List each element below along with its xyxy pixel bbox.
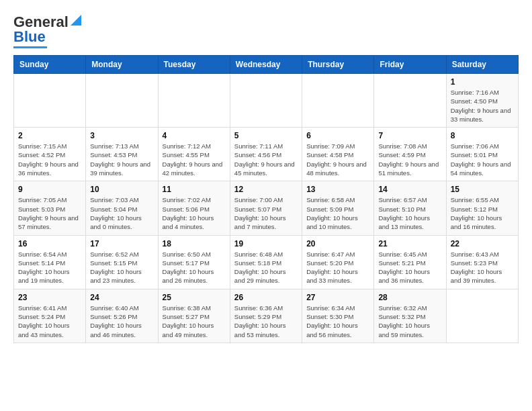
day-number: 20 [306,239,369,248]
day-cell [374,74,446,128]
day-info: Sunrise: 6:50 AM Sunset: 5:17 PM Dayligh… [163,250,226,285]
header-cell-tuesday: Tuesday [158,56,230,74]
day-number: 13 [306,185,369,194]
day-cell: 4Sunrise: 7:12 AM Sunset: 4:55 PM Daylig… [158,128,230,181]
calendar-header: SundayMondayTuesdayWednesdayThursdayFrid… [14,56,519,74]
week-row-3: 9Sunrise: 7:05 AM Sunset: 5:03 PM Daylig… [14,181,519,235]
day-info: Sunrise: 6:47 AM Sunset: 5:20 PM Dayligh… [306,250,369,285]
day-number: 16 [18,239,81,248]
day-number: 4 [163,131,226,140]
day-number: 26 [234,293,298,302]
day-cell: 17Sunrise: 6:52 AM Sunset: 5:15 PM Dayli… [86,235,158,289]
day-cell: 1Sunrise: 7:16 AM Sunset: 4:50 PM Daylig… [446,74,518,128]
day-cell: 13Sunrise: 6:58 AM Sunset: 5:09 PM Dayli… [302,181,374,235]
day-cell: 28Sunrise: 6:32 AM Sunset: 5:32 PM Dayli… [374,289,446,342]
day-cell: 16Sunrise: 6:54 AM Sunset: 5:14 PM Dayli… [14,235,86,289]
header-cell-wednesday: Wednesday [230,56,302,74]
day-number: 15 [451,185,514,194]
svg-marker-0 [71,15,81,26]
day-number: 22 [451,239,514,248]
day-number: 1 [451,77,514,87]
day-number: 2 [18,131,81,140]
calendar-table: SundayMondayTuesdayWednesdayThursdayFrid… [13,55,519,343]
day-info: Sunrise: 6:52 AM Sunset: 5:15 PM Dayligh… [90,250,153,285]
day-number: 10 [90,185,153,194]
day-info: Sunrise: 7:12 AM Sunset: 4:55 PM Dayligh… [163,142,226,177]
day-info: Sunrise: 6:36 AM Sunset: 5:29 PM Dayligh… [234,304,298,339]
header-cell-friday: Friday [374,56,446,74]
day-number: 8 [451,131,514,140]
day-cell: 25Sunrise: 6:38 AM Sunset: 5:27 PM Dayli… [158,289,230,342]
day-cell: 22Sunrise: 6:43 AM Sunset: 5:23 PM Dayli… [446,235,518,289]
day-cell: 3Sunrise: 7:13 AM Sunset: 4:53 PM Daylig… [86,128,158,181]
day-number: 3 [90,131,153,140]
header-row: SundayMondayTuesdayWednesdayThursdayFrid… [14,56,519,74]
day-info: Sunrise: 7:09 AM Sunset: 4:58 PM Dayligh… [306,142,369,177]
day-info: Sunrise: 7:02 AM Sunset: 5:06 PM Dayligh… [163,195,226,231]
header-cell-thursday: Thursday [302,56,374,74]
day-cell [158,74,230,128]
day-cell: 12Sunrise: 7:00 AM Sunset: 5:07 PM Dayli… [230,181,302,235]
calendar-body: 1Sunrise: 7:16 AM Sunset: 4:50 PM Daylig… [14,74,519,343]
day-info: Sunrise: 7:00 AM Sunset: 5:07 PM Dayligh… [234,195,298,231]
day-cell: 20Sunrise: 6:47 AM Sunset: 5:20 PM Dayli… [302,235,374,289]
day-info: Sunrise: 7:11 AM Sunset: 4:56 PM Dayligh… [234,142,298,177]
day-cell: 24Sunrise: 6:40 AM Sunset: 5:26 PM Dayli… [86,289,158,342]
week-row-4: 16Sunrise: 6:54 AM Sunset: 5:14 PM Dayli… [14,235,519,289]
day-number: 9 [18,185,81,194]
day-number: 28 [378,293,441,302]
day-cell: 5Sunrise: 7:11 AM Sunset: 4:56 PM Daylig… [230,128,302,181]
day-info: Sunrise: 6:57 AM Sunset: 5:10 PM Dayligh… [378,195,441,231]
day-cell [86,74,158,128]
logo-blue-text: Blue [13,28,46,46]
day-info: Sunrise: 6:40 AM Sunset: 5:26 PM Dayligh… [90,304,153,339]
day-number: 11 [163,185,226,194]
day-cell: 23Sunrise: 6:41 AM Sunset: 5:24 PM Dayli… [14,289,86,342]
day-cell: 7Sunrise: 7:08 AM Sunset: 4:59 PM Daylig… [374,128,446,181]
week-row-1: 1Sunrise: 7:16 AM Sunset: 4:50 PM Daylig… [14,74,519,128]
day-number: 19 [234,239,298,248]
day-info: Sunrise: 7:05 AM Sunset: 5:03 PM Dayligh… [18,195,81,231]
day-number: 24 [90,293,153,302]
day-info: Sunrise: 7:03 AM Sunset: 5:04 PM Dayligh… [90,195,153,231]
day-cell: 10Sunrise: 7:03 AM Sunset: 5:04 PM Dayli… [86,181,158,235]
day-info: Sunrise: 7:08 AM Sunset: 4:59 PM Dayligh… [378,142,441,177]
logo-arrow-icon [71,15,81,28]
page-header: General Blue [13,13,519,48]
day-number: 21 [378,239,441,248]
day-cell [230,74,302,128]
day-info: Sunrise: 6:48 AM Sunset: 5:18 PM Dayligh… [234,250,298,285]
day-cell: 8Sunrise: 7:06 AM Sunset: 5:01 PM Daylig… [446,128,518,181]
day-cell: 11Sunrise: 7:02 AM Sunset: 5:06 PM Dayli… [158,181,230,235]
day-cell: 18Sunrise: 6:50 AM Sunset: 5:17 PM Dayli… [158,235,230,289]
day-cell: 14Sunrise: 6:57 AM Sunset: 5:10 PM Dayli… [374,181,446,235]
day-info: Sunrise: 7:16 AM Sunset: 4:50 PM Dayligh… [451,88,514,124]
day-number: 17 [90,239,153,248]
day-number: 27 [306,293,369,302]
day-cell: 6Sunrise: 7:09 AM Sunset: 4:58 PM Daylig… [302,128,374,181]
logo: General Blue [13,13,81,48]
day-number: 7 [378,131,441,140]
day-cell [14,74,86,128]
day-cell: 9Sunrise: 7:05 AM Sunset: 5:03 PM Daylig… [14,181,86,235]
day-cell: 26Sunrise: 6:36 AM Sunset: 5:29 PM Dayli… [230,289,302,342]
day-number: 6 [306,131,369,140]
day-info: Sunrise: 6:58 AM Sunset: 5:09 PM Dayligh… [306,195,369,231]
day-number: 5 [234,131,298,140]
day-cell: 21Sunrise: 6:45 AM Sunset: 5:21 PM Dayli… [374,235,446,289]
header-cell-saturday: Saturday [446,56,518,74]
day-info: Sunrise: 6:43 AM Sunset: 5:23 PM Dayligh… [451,250,514,285]
day-info: Sunrise: 6:54 AM Sunset: 5:14 PM Dayligh… [18,250,81,285]
day-info: Sunrise: 7:13 AM Sunset: 4:53 PM Dayligh… [90,142,153,177]
day-info: Sunrise: 6:38 AM Sunset: 5:27 PM Dayligh… [163,304,226,339]
day-cell: 19Sunrise: 6:48 AM Sunset: 5:18 PM Dayli… [230,235,302,289]
day-cell [302,74,374,128]
day-info: Sunrise: 6:41 AM Sunset: 5:24 PM Dayligh… [18,304,81,339]
day-info: Sunrise: 6:45 AM Sunset: 5:21 PM Dayligh… [378,250,441,285]
day-info: Sunrise: 7:15 AM Sunset: 4:52 PM Dayligh… [18,142,81,177]
day-info: Sunrise: 7:06 AM Sunset: 5:01 PM Dayligh… [451,142,514,177]
day-info: Sunrise: 6:34 AM Sunset: 5:30 PM Dayligh… [306,304,369,339]
day-info: Sunrise: 6:32 AM Sunset: 5:32 PM Dayligh… [378,304,441,339]
day-number: 23 [18,293,81,302]
header-cell-monday: Monday [86,56,158,74]
